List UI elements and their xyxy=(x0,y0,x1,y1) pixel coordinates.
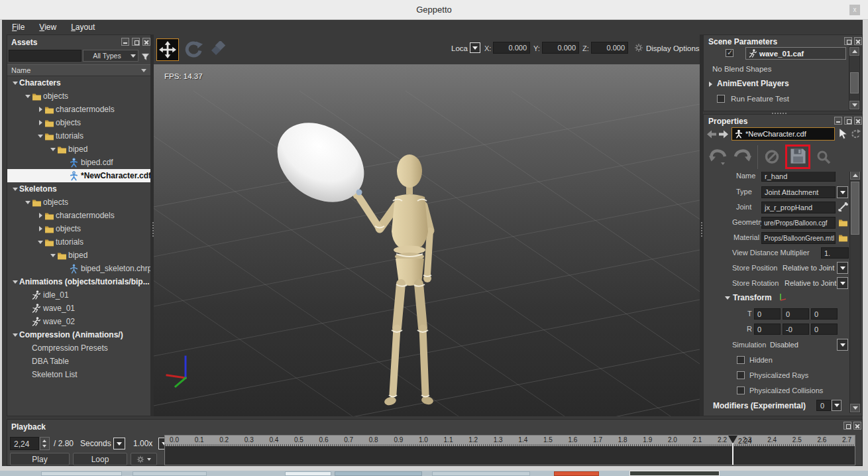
type-field[interactable]: Joint Attachment xyxy=(761,186,836,198)
joint-field[interactable]: jx_r_propHand xyxy=(761,202,836,213)
tree-item[interactable]: tutorials xyxy=(7,235,150,249)
properties-scrollbar[interactable] xyxy=(849,170,861,413)
collapse-arrow-icon[interactable] xyxy=(725,296,730,300)
z-coordinate-field[interactable]: 0.000 xyxy=(591,42,628,54)
physicalized-rays-checkbox[interactable] xyxy=(737,371,745,379)
tree-item[interactable]: tutorials xyxy=(7,129,150,143)
material-field[interactable]: Props/BalloonGreen.mtl xyxy=(761,232,836,244)
rotate-y-field[interactable]: -0 xyxy=(783,324,809,335)
search-icon[interactable] xyxy=(816,150,832,168)
float-icon[interactable] xyxy=(843,422,851,430)
simulation-dropdown[interactable] xyxy=(837,339,848,351)
store-rotation-dropdown[interactable] xyxy=(837,277,848,289)
tree-item[interactable]: Compression Presets xyxy=(7,341,150,355)
animation-clip-field[interactable]: wave_01.caf xyxy=(745,47,846,60)
modifiers-count-field[interactable]: 0 xyxy=(816,400,831,411)
taskbar-item[interactable] xyxy=(133,471,207,476)
physicalized-collisions-checkbox[interactable] xyxy=(737,387,745,394)
asset-search-input[interactable] xyxy=(9,50,81,62)
minimize-icon[interactable] xyxy=(121,38,129,46)
expand-open-icon[interactable] xyxy=(49,148,57,151)
scale-tool-button[interactable] xyxy=(207,38,230,61)
tree-item[interactable]: biped.cdf xyxy=(7,156,150,169)
pick-joint-icon[interactable] xyxy=(838,202,848,214)
expand-closed-icon[interactable] xyxy=(36,213,44,218)
redo-icon[interactable] xyxy=(733,148,753,168)
run-feature-test-checkbox[interactable] xyxy=(717,95,725,103)
scene-scrollbar[interactable] xyxy=(849,46,860,110)
close-icon[interactable] xyxy=(854,37,862,45)
geometry-field[interactable]: ure/Props/Balloon.cgf xyxy=(761,217,836,229)
tree-item[interactable]: objects xyxy=(7,196,150,209)
expand-arrow-icon[interactable] xyxy=(709,82,712,87)
store-position-dropdown[interactable] xyxy=(837,262,848,274)
tree-item[interactable]: biped_skeleton.chrpar... xyxy=(7,262,150,275)
animevent-players-section[interactable]: AnimEvent Players xyxy=(717,79,789,88)
store-position-value[interactable]: Relative to Joint xyxy=(783,264,834,272)
folder-icon[interactable] xyxy=(838,233,848,245)
undo-icon[interactable] xyxy=(708,148,728,168)
tree-item[interactable]: idle_01 xyxy=(7,288,150,302)
rotate-tool-button[interactable] xyxy=(182,38,205,61)
translate-z-field[interactable]: 0 xyxy=(811,308,838,320)
close-icon[interactable] xyxy=(142,38,150,46)
asset-type-filter[interactable]: All Types xyxy=(83,50,138,62)
tree-item[interactable]: DBA Table xyxy=(7,355,150,368)
menu-view[interactable]: View xyxy=(35,21,60,33)
taskbar-item[interactable] xyxy=(41,471,122,476)
playhead-marker[interactable] xyxy=(728,436,737,444)
taskbar[interactable] xyxy=(0,471,868,476)
loop-button[interactable]: Loop xyxy=(73,453,127,465)
expand-open-icon[interactable] xyxy=(36,135,44,138)
tree-item[interactable]: charactermodels xyxy=(7,209,150,222)
tree-item[interactable]: Skeleton List xyxy=(7,368,150,381)
current-time-field[interactable]: 2,24 xyxy=(10,437,39,450)
rotate-z-field[interactable]: 0 xyxy=(811,324,838,335)
taskbar-item[interactable] xyxy=(285,471,331,476)
timeline[interactable]: 0.00.10.20.30.40.50.60.70.80.91.01.11.21… xyxy=(164,435,855,465)
name-column-header[interactable]: Name xyxy=(7,64,150,76)
translate-x-field[interactable]: 0 xyxy=(754,308,781,320)
translate-y-field[interactable]: 0 xyxy=(783,308,809,320)
folder-icon[interactable] xyxy=(838,217,848,229)
expand-open-icon[interactable] xyxy=(11,188,19,191)
tree-item[interactable]: Compression (Animations/) xyxy=(7,328,150,341)
gear-icon[interactable] xyxy=(634,43,643,55)
scroll-down-icon[interactable] xyxy=(849,101,859,109)
rotate-x-field[interactable]: 0 xyxy=(754,324,781,335)
hidden-checkbox[interactable] xyxy=(737,356,745,364)
expand-open-icon[interactable] xyxy=(24,201,32,204)
expand-open-icon[interactable] xyxy=(36,241,44,244)
tree-item[interactable]: Skeletons xyxy=(7,182,150,196)
simulation-value[interactable]: Disabled xyxy=(770,341,798,349)
expand-closed-icon[interactable] xyxy=(36,120,44,125)
tree-item[interactable]: objects xyxy=(7,89,150,103)
viewport-canvas[interactable]: FPS: 14.37 xyxy=(154,64,700,416)
playback-options-button[interactable] xyxy=(131,453,157,465)
expand-open-icon[interactable] xyxy=(11,280,19,284)
title-bar[interactable]: Geppetto x xyxy=(0,0,868,20)
move-tool-button[interactable] xyxy=(156,38,179,61)
tree-item[interactable]: *NewCharacter.cdf xyxy=(7,169,150,182)
close-icon[interactable] xyxy=(853,422,861,430)
tree-item[interactable]: wave_01 xyxy=(7,302,150,315)
scroll-down-icon[interactable] xyxy=(850,404,860,412)
display-options-button[interactable]: Display Options xyxy=(646,44,700,52)
expand-open-icon[interactable] xyxy=(49,254,57,257)
expand-open-icon[interactable] xyxy=(11,333,19,337)
taskbar-item[interactable] xyxy=(554,471,599,476)
animation-enabled-checkbox[interactable] xyxy=(726,49,733,57)
time-units-dropdown[interactable] xyxy=(113,438,125,449)
float-icon[interactable] xyxy=(844,37,852,45)
y-coordinate-field[interactable]: 0.000 xyxy=(542,42,579,54)
scroll-up-icon[interactable] xyxy=(850,171,860,180)
store-rotation-value[interactable]: Relative to Joint xyxy=(785,279,836,287)
coord-space-dropdown[interactable] xyxy=(470,42,480,53)
tree-item[interactable]: objects xyxy=(7,222,150,235)
tree-item[interactable]: wave_02 xyxy=(7,315,150,328)
filter-funnel-icon[interactable] xyxy=(141,52,150,64)
tree-item[interactable]: objects xyxy=(7,116,150,129)
window-close-button[interactable]: x xyxy=(849,5,860,15)
type-dropdown[interactable] xyxy=(837,186,848,198)
scroll-up-icon[interactable] xyxy=(849,47,859,56)
